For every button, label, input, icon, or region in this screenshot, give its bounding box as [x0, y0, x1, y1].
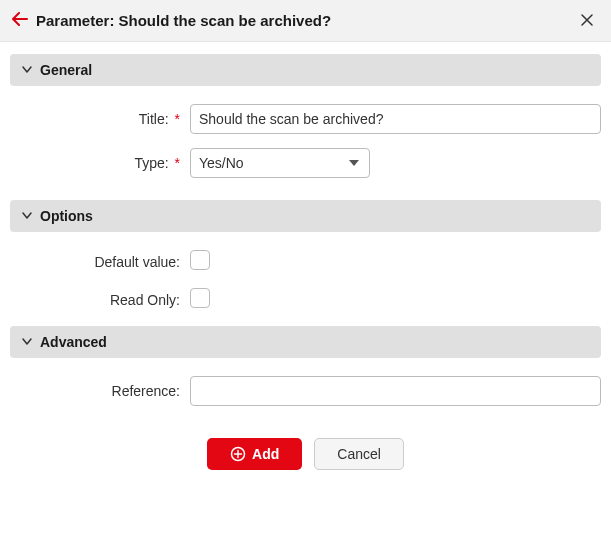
- row-read-only: Read Only:: [10, 288, 601, 312]
- input-col-reference: [190, 376, 601, 406]
- section-options-body: Default value: Read Only:: [10, 250, 601, 312]
- dialog-content: General Title: * Type: * Yes/No: [0, 42, 611, 494]
- label-type: Type: *: [10, 155, 190, 171]
- section-options[interactable]: Options: [10, 200, 601, 232]
- label-title: Title: *: [10, 111, 190, 127]
- section-title-general: General: [40, 62, 92, 78]
- add-button-label: Add: [252, 446, 279, 462]
- input-col-type: Yes/No: [190, 148, 601, 178]
- cancel-button-label: Cancel: [337, 446, 381, 462]
- reference-input[interactable]: [190, 376, 601, 406]
- default-value-checkbox[interactable]: [190, 250, 210, 270]
- header-left: Parameter: Should the scan be archived?: [12, 12, 331, 30]
- add-button[interactable]: Add: [207, 438, 302, 470]
- row-reference: Reference:: [10, 376, 601, 406]
- title-input[interactable]: [190, 104, 601, 134]
- input-col-read-only: [190, 288, 601, 312]
- section-advanced[interactable]: Advanced: [10, 326, 601, 358]
- dialog-window: Parameter: Should the scan be archived? …: [0, 0, 611, 494]
- label-type-text: Type:: [134, 155, 168, 171]
- section-general[interactable]: General: [10, 54, 601, 86]
- label-read-only: Read Only:: [10, 292, 190, 308]
- dialog-title: Parameter: Should the scan be archived?: [36, 12, 331, 29]
- dialog-footer: Add Cancel: [10, 428, 601, 488]
- section-title-options: Options: [40, 208, 93, 224]
- row-title: Title: *: [10, 104, 601, 134]
- section-general-body: Title: * Type: * Yes/No: [10, 104, 601, 178]
- cancel-button[interactable]: Cancel: [314, 438, 404, 470]
- back-icon[interactable]: [12, 12, 28, 30]
- label-reference: Reference:: [10, 383, 190, 399]
- plus-circle-icon: [230, 446, 246, 462]
- row-default-value: Default value:: [10, 250, 601, 274]
- label-default-value: Default value:: [10, 254, 190, 270]
- dialog-header: Parameter: Should the scan be archived?: [0, 0, 611, 42]
- required-asterisk-icon: *: [175, 111, 180, 127]
- row-type: Type: * Yes/No: [10, 148, 601, 178]
- chevron-down-icon: [22, 209, 32, 223]
- required-asterisk-icon: *: [175, 155, 180, 171]
- input-col-title: [190, 104, 601, 134]
- input-col-default-value: [190, 250, 601, 274]
- close-icon[interactable]: [577, 10, 597, 31]
- chevron-down-icon: [22, 335, 32, 349]
- chevron-down-icon: [22, 63, 32, 77]
- section-advanced-body: Reference:: [10, 376, 601, 406]
- label-title-text: Title:: [139, 111, 169, 127]
- section-title-advanced: Advanced: [40, 334, 107, 350]
- type-select[interactable]: Yes/No: [190, 148, 370, 178]
- read-only-checkbox[interactable]: [190, 288, 210, 308]
